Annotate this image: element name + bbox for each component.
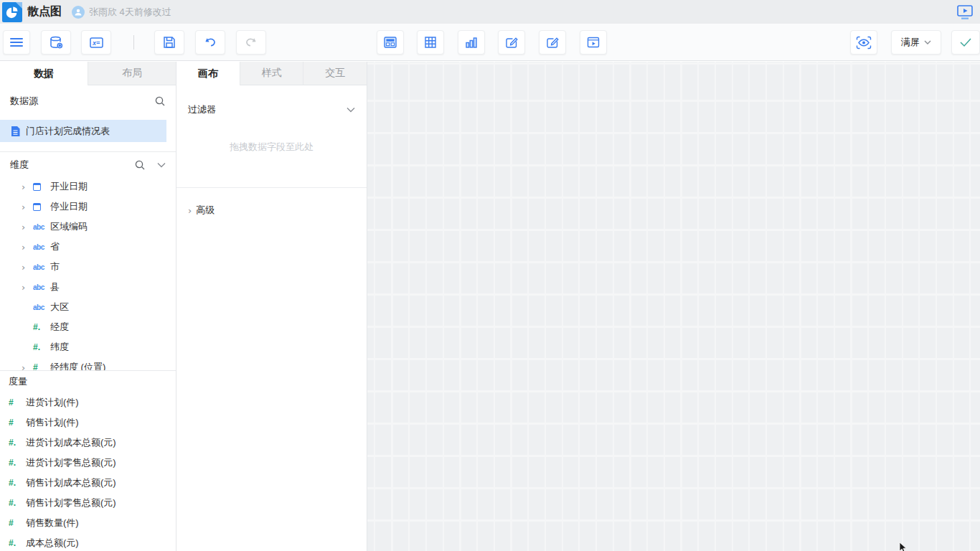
redo-button[interactable] (236, 30, 266, 55)
menu-button[interactable] (3, 30, 30, 55)
expand-chevron-icon[interactable]: › (22, 262, 33, 273)
measure-item[interactable]: #. 销售计划成本总额(元) (0, 473, 176, 493)
top-bar: 散点图 张雨欣 4天前修改过 (0, 0, 980, 24)
measures-section: 度量 # 进货计划(件) # 销售计划(件) #. 进货计划成本总额(元) #. (0, 370, 176, 551)
number-field-icon: # (9, 397, 26, 408)
dimension-item[interactable]: › 开业日期 (0, 176, 176, 197)
divider (176, 187, 367, 188)
number-dot-field-icon: #. (9, 498, 26, 508)
table-grid-button[interactable] (417, 30, 444, 55)
data-panel: 数据 布局 数据源 门店计划完成情况表 维度 (0, 62, 176, 551)
dimension-item[interactable]: › #. 纬度 (0, 337, 176, 357)
user-avatar-icon (72, 6, 85, 19)
measure-item[interactable]: #. 成本总额(元) (0, 533, 176, 551)
tab-layout[interactable]: 布局 (88, 62, 176, 85)
field-label: 区域编码 (50, 220, 88, 233)
expand-chevron-icon[interactable]: › (22, 222, 33, 232)
field-label: 销售计划零售总额(元) (26, 496, 116, 509)
preview-window-button[interactable] (580, 30, 607, 55)
field-label: 省 (50, 240, 60, 253)
fullscreen-label: 满屏 (901, 36, 920, 49)
toolbar-divider (133, 35, 134, 50)
tab-data[interactable]: 数据 (0, 62, 88, 85)
fullscreen-dropdown[interactable]: 满屏 (891, 30, 941, 55)
datasource-item-selected[interactable]: 门店计划完成情况表 (0, 120, 166, 142)
filter-drop-zone[interactable]: 拖拽数据字段至此处 (176, 121, 367, 173)
number-dot-field-icon: #. (9, 438, 26, 448)
field-label: 大区 (50, 301, 69, 314)
tab-canvas[interactable]: 画布 (176, 62, 240, 85)
expand-chevron-icon[interactable]: › (22, 242, 33, 253)
divider (0, 151, 176, 152)
number-field-icon: # (9, 518, 26, 528)
formula-button[interactable]: x= (81, 30, 111, 55)
expand-chevron-icon[interactable]: › (22, 362, 33, 371)
field-label: 成本总额(元) (26, 537, 79, 550)
number-dot-field-icon: #. (9, 538, 26, 548)
config-panel: 画布 样式 交互 过滤器 拖拽数据字段至此处 › 高级 (176, 62, 367, 551)
edit-component-button[interactable] (498, 30, 525, 55)
search-icon[interactable] (134, 159, 146, 171)
dimension-item[interactable]: › abc 市 (0, 257, 176, 277)
field-label: 停业日期 (50, 200, 88, 213)
number-dot-field-icon: #. (33, 322, 50, 332)
preview-eye-button[interactable] (850, 30, 877, 55)
tab-style[interactable]: 样式 (240, 62, 304, 85)
advanced-section-toggle[interactable]: › 高级 (188, 204, 367, 217)
text-field-icon: abc (33, 303, 50, 311)
number-field-icon: # (33, 362, 50, 370)
measure-item[interactable]: # 进货计划(件) (0, 392, 176, 413)
chevron-down-icon (924, 40, 931, 45)
calendar-field-icon (33, 203, 50, 211)
save-button[interactable] (154, 30, 184, 55)
data-source-settings-button[interactable] (41, 30, 71, 55)
dimension-item[interactable]: › abc 区域编码 (0, 217, 176, 237)
field-label: 进货计划成本总额(元) (26, 436, 116, 449)
dimension-item[interactable]: › # 经纬度 (位置) (0, 357, 176, 370)
number-dot-field-icon: #. (33, 342, 50, 352)
dashboard-layout-button[interactable] (377, 30, 404, 55)
tab-interaction[interactable]: 交互 (303, 62, 367, 85)
filter-section-header: 过滤器 (188, 98, 355, 121)
filter-title: 过滤器 (188, 103, 216, 116)
dimension-item[interactable]: › 停业日期 (0, 197, 176, 217)
expand-chevron-icon[interactable]: › (22, 282, 33, 293)
collapse-chevron-icon[interactable] (347, 107, 355, 113)
svg-text:x=: x= (92, 39, 100, 47)
field-label: 销售计划成本总额(元) (26, 476, 116, 489)
drop-zone-placeholder: 拖拽数据字段至此处 (230, 141, 314, 154)
dimension-list: › 开业日期 › 停业日期 › abc 区域编码 › abc 省 › (0, 176, 176, 370)
presentation-mode-icon[interactable] (954, 3, 976, 22)
field-label: 市 (50, 260, 60, 273)
text-field-icon: abc (33, 223, 50, 231)
chart-button[interactable] (458, 30, 485, 55)
search-icon[interactable] (154, 95, 166, 107)
dimension-item[interactable]: › abc 省 (0, 237, 176, 257)
advanced-label: 高级 (196, 204, 215, 217)
confirm-button[interactable] (951, 30, 980, 55)
collapse-chevron-icon[interactable] (157, 162, 166, 168)
field-label: 销售数量(件) (26, 517, 79, 529)
datasource-title: 数据源 (10, 95, 38, 108)
measure-item[interactable]: # 销售计划(件) (0, 413, 176, 433)
number-field-icon: # (9, 418, 26, 428)
dimension-item[interactable]: › abc 县 (0, 277, 176, 297)
edit-style-button[interactable] (539, 30, 566, 55)
measure-item[interactable]: #. 进货计划成本总额(元) (0, 433, 176, 453)
measures-section-header: 度量 (0, 371, 176, 392)
dashboard-canvas[interactable] (367, 62, 980, 551)
measure-item[interactable]: #. 销售计划零售总额(元) (0, 493, 176, 513)
dimension-item[interactable]: › abc 大区 (0, 297, 176, 317)
table-document-icon (10, 126, 21, 137)
text-field-icon: abc (33, 243, 50, 251)
field-label: 进货计划(件) (26, 396, 79, 409)
expand-chevron-icon: › (188, 205, 192, 216)
measure-item[interactable]: #. 进货计划零售总额(元) (0, 453, 176, 473)
undo-button[interactable] (195, 30, 225, 55)
expand-chevron-icon[interactable]: › (22, 202, 33, 212)
measure-list: # 进货计划(件) # 销售计划(件) #. 进货计划成本总额(元) #. 进货… (0, 392, 176, 551)
expand-chevron-icon[interactable]: › (22, 182, 33, 192)
dimension-item[interactable]: › #. 经度 (0, 317, 176, 337)
measure-item[interactable]: # 销售数量(件) (0, 513, 176, 533)
app-logo-icon (2, 2, 22, 22)
